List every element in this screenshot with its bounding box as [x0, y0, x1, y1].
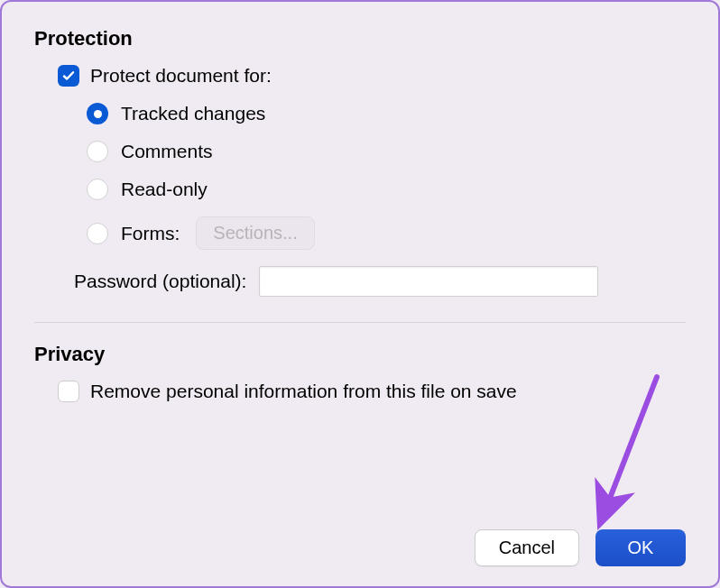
privacy-heading: Privacy [34, 343, 686, 366]
protection-heading: Protection [34, 27, 686, 51]
protect-document-row: Protect document for: [58, 65, 686, 87]
password-input[interactable] [259, 266, 598, 297]
read-only-row: Read-only [87, 179, 686, 200]
protection-options-group: Tracked changes Comments Read-only Forms… [87, 103, 686, 250]
forms-row: Forms: Sections... [87, 216, 686, 250]
comments-radio[interactable] [87, 141, 108, 162]
comments-label: Comments [121, 141, 213, 162]
password-row: Password (optional): [74, 266, 686, 297]
remove-personal-info-row: Remove personal information from this fi… [58, 381, 686, 402]
remove-personal-info-label: Remove personal information from this fi… [90, 381, 517, 402]
tracked-changes-radio[interactable] [87, 103, 108, 124]
tracked-changes-label: Tracked changes [121, 103, 265, 124]
section-divider [34, 322, 686, 323]
remove-personal-info-checkbox[interactable] [58, 381, 79, 402]
protect-document-checkbox[interactable] [58, 65, 79, 87]
read-only-label: Read-only [121, 179, 208, 200]
forms-radio[interactable] [87, 223, 108, 244]
sections-button[interactable]: Sections... [196, 216, 314, 250]
tracked-changes-row: Tracked changes [87, 103, 686, 124]
dialog-buttons: Cancel OK [475, 529, 686, 566]
read-only-radio[interactable] [87, 179, 108, 200]
ok-button[interactable]: OK [595, 529, 686, 566]
comments-row: Comments [87, 141, 686, 162]
forms-label: Forms: [121, 223, 180, 244]
checkmark-icon [61, 69, 76, 83]
protect-document-label: Protect document for: [90, 65, 272, 87]
cancel-button[interactable]: Cancel [475, 529, 579, 566]
password-label: Password (optional): [74, 271, 246, 292]
